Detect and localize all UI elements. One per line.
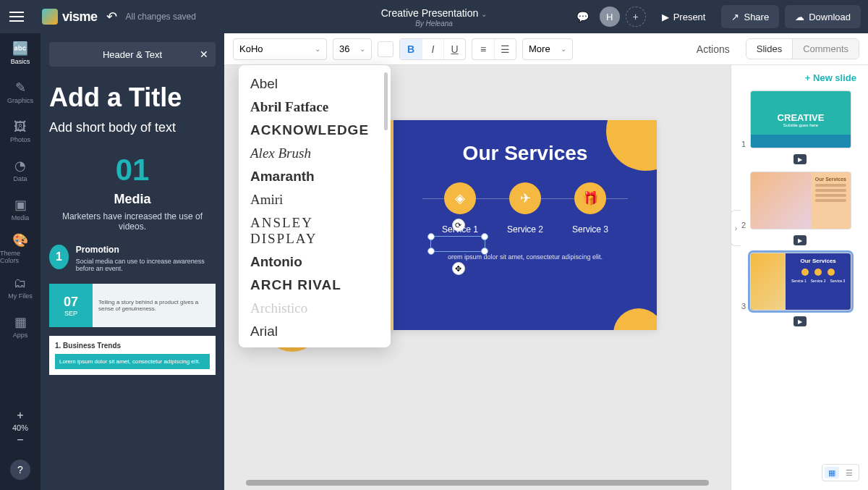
zoom-level[interactable]: 40%	[0, 423, 41, 432]
right-tabs: Slides Comments	[746, 38, 859, 59]
service-label[interactable]: Service 3	[572, 224, 608, 235]
font-size-select[interactable]: 36 ⌄	[333, 38, 372, 60]
grid-view-button[interactable]: ▦	[825, 467, 839, 478]
promo-number-badge: 1	[49, 245, 69, 269]
resize-handle[interactable]	[427, 248, 435, 255]
collapse-panel-button[interactable]: ›	[731, 210, 741, 246]
template-media-desc[interactable]: Marketers have increased the use of vide…	[61, 211, 204, 232]
promo-title: Promotion	[76, 245, 216, 255]
text-color-swatch[interactable]	[378, 41, 393, 57]
present-button[interactable]: ▶Present	[652, 5, 716, 28]
help-button[interactable]: ?	[10, 460, 30, 480]
rotate-handle[interactable]: ⟳	[452, 219, 465, 232]
transition-icon[interactable]: ▶	[793, 316, 807, 326]
font-option[interactable]: Amiri	[239, 188, 391, 211]
resize-handle[interactable]	[481, 248, 488, 255]
font-option[interactable]: Amaranth	[239, 165, 391, 188]
horizontal-scrollbar[interactable]	[246, 480, 709, 486]
gift-icon[interactable]: 🎁	[574, 182, 606, 214]
font-option[interactable]: Abel	[239, 72, 391, 96]
undo-button[interactable]: ↶	[106, 9, 117, 25]
logo[interactable]: visme	[42, 9, 98, 25]
list-view-button[interactable]: ☰	[842, 467, 856, 478]
basics-icon: 🔤	[12, 41, 28, 56]
transition-icon[interactable]: ▶	[793, 154, 807, 164]
align-group: ≡ ☰	[472, 38, 516, 60]
move-handle[interactable]: ✥	[452, 262, 465, 275]
font-option[interactable]: Audrey	[239, 343, 391, 347]
new-slide-button[interactable]: + New slide	[739, 72, 861, 83]
font-select[interactable]: KoHo ⌄	[233, 38, 327, 60]
rail-theme-colors[interactable]: 🎨Theme Colors	[0, 229, 41, 268]
menu-button[interactable]	[0, 0, 33, 33]
close-icon[interactable]: ✕	[200, 48, 208, 60]
comments-icon[interactable]: 💬	[572, 6, 594, 28]
bold-button[interactable]: B	[400, 39, 422, 59]
share-button[interactable]: ↗Share	[721, 5, 779, 28]
slide-thumbnail[interactable]: Our Services	[750, 172, 851, 229]
font-option[interactable]: Abril Fatface	[239, 96, 391, 119]
service-label[interactable]: Service 2	[507, 224, 543, 235]
slide-thumbnail[interactable]: CREATIVE Subtitle goes here	[750, 90, 851, 148]
resize-handle[interactable]	[481, 233, 488, 240]
zoom-in-button[interactable]: +	[0, 407, 41, 423]
slide-content: Our Services ◈ ⟳ Service 1 ✥ ✈Service 2 …	[393, 120, 657, 330]
diamond-icon[interactable]: ◈	[444, 182, 476, 214]
graphics-icon: ✎	[15, 80, 26, 96]
slide-number: 1	[739, 140, 746, 148]
template-num[interactable]: 01	[49, 153, 216, 187]
rail-basics[interactable]: 🔤Basics	[0, 33, 41, 72]
panel-header: Header & Text ✕	[49, 42, 216, 67]
add-collaborator-button[interactable]: +	[626, 7, 646, 27]
selection-box[interactable]	[430, 236, 485, 252]
rail-media[interactable]: ▣Media	[0, 190, 41, 229]
zoom-out-button[interactable]: −	[0, 432, 41, 448]
template-media-heading[interactable]: Media	[49, 192, 216, 207]
slide-thumbnail[interactable]: Our Services Service 1 Service 2 Service…	[750, 253, 851, 311]
files-icon: 🗂	[14, 276, 27, 291]
font-value: KoHo	[239, 43, 263, 54]
project-title[interactable]: Creative Presentation⌄ By Heleana	[381, 7, 488, 28]
align-button[interactable]: ≡	[472, 39, 494, 59]
rail-photos[interactable]: 🖼Photos	[0, 111, 41, 151]
promo-desc: Social media can use to increase awarene…	[76, 258, 216, 272]
font-option[interactable]: ACKNOWLEDGE	[239, 119, 391, 142]
apps-icon: ▦	[14, 314, 27, 330]
font-option[interactable]: Antonio	[239, 250, 391, 274]
send-icon[interactable]: ✈	[509, 182, 541, 214]
more-select[interactable]: More ⌄	[522, 38, 573, 60]
download-button[interactable]: ☁Download	[785, 5, 861, 28]
template-business-card[interactable]: 1. Business Trends Lorem ipsum dolor sit…	[49, 336, 216, 375]
underline-button[interactable]: U	[443, 39, 465, 59]
font-option[interactable]: Archistico	[239, 297, 391, 320]
font-option[interactable]: Alex Brush	[239, 142, 391, 165]
template-add-title[interactable]: Add a Title	[49, 83, 216, 113]
slide-lorem[interactable]: orem ipsum dolor sit amet, consectetur a…	[393, 253, 657, 261]
tab-slides[interactable]: Slides	[746, 39, 792, 59]
rail-graphics[interactable]: ✎Graphics	[0, 72, 41, 111]
tab-comments[interactable]: Comments	[792, 39, 859, 59]
rail-my-files[interactable]: 🗂My Files	[0, 268, 41, 307]
template-date-card[interactable]: 07SEP Telling a story behind a product g…	[49, 284, 216, 327]
media-icon: ▣	[14, 197, 27, 213]
transition-icon[interactable]: ▶	[793, 235, 807, 245]
cloud-download-icon: ☁	[795, 12, 804, 22]
font-dropdown[interactable]: Abel Abril Fatface ACKNOWLEDGE Alex Brus…	[239, 65, 391, 347]
left-rail: 🔤Basics ✎Graphics 🖼Photos ◔Data ▣Media 🎨…	[0, 33, 41, 490]
decorative-blob	[613, 308, 657, 330]
resize-handle[interactable]	[427, 233, 435, 240]
zoom-control: + 40% −	[0, 403, 41, 452]
data-icon: ◔	[14, 158, 26, 174]
actions-link[interactable]: Actions	[697, 43, 730, 55]
scrollbar[interactable]	[384, 72, 388, 130]
font-option[interactable]: ANSLEY DISPLAY	[239, 211, 391, 250]
list-button[interactable]: ☰	[494, 39, 516, 59]
avatar[interactable]: H	[600, 7, 620, 27]
rail-data[interactable]: ◔Data	[0, 151, 41, 190]
font-option[interactable]: ARCH RIVAL	[239, 274, 391, 297]
font-option[interactable]: Arial	[239, 320, 391, 343]
template-add-body[interactable]: Add short body of text	[49, 120, 216, 135]
rail-apps[interactable]: ▦Apps	[0, 307, 41, 346]
template-promotion[interactable]: 1 Promotion Social media can use to incr…	[49, 245, 216, 272]
italic-button[interactable]: I	[422, 39, 443, 59]
